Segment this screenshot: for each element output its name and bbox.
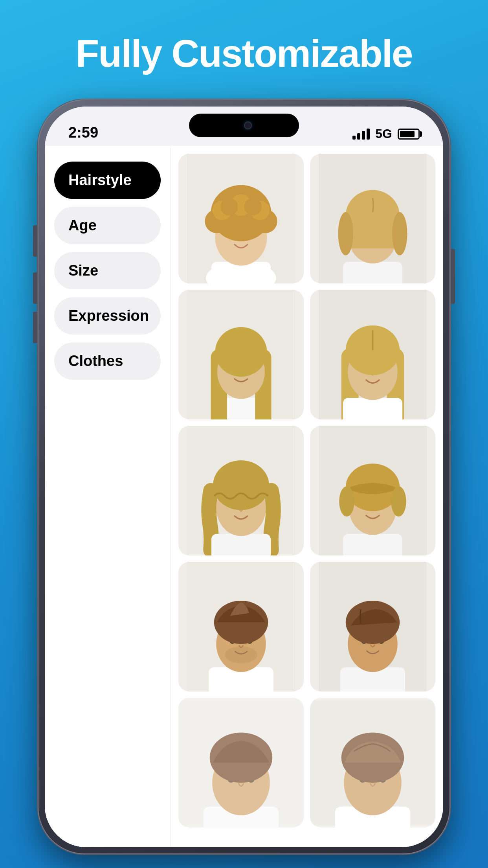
svg-rect-52 xyxy=(211,534,271,555)
svg-point-39 xyxy=(215,327,267,377)
svg-rect-43 xyxy=(343,398,402,419)
svg-point-15 xyxy=(220,198,238,215)
sidebar-item-expression[interactable]: Expression xyxy=(54,297,161,335)
photo-cell-6[interactable] xyxy=(310,426,435,555)
hairstyle-preview-9 xyxy=(178,698,304,828)
photo-cell-10[interactable] xyxy=(310,698,435,828)
status-time: 2:59 xyxy=(68,124,98,141)
signal-icon xyxy=(352,129,370,140)
svg-point-70 xyxy=(391,486,406,517)
hairstyle-preview-10 xyxy=(310,698,435,828)
dynamic-island xyxy=(189,114,299,137)
svg-point-16 xyxy=(244,198,262,215)
sidebar-item-hairstyle[interactable]: Hairstyle xyxy=(54,162,161,199)
photo-cell-2[interactable] xyxy=(310,154,435,283)
status-bar: 2:59 5G xyxy=(45,107,443,146)
sidebar-item-age[interactable]: Age xyxy=(54,207,161,244)
photo-cell-8[interactable] xyxy=(310,562,435,691)
svg-rect-26 xyxy=(346,216,400,248)
hairstyle-preview-1 xyxy=(178,154,304,283)
photo-cell-9[interactable] xyxy=(178,698,304,828)
battery-icon xyxy=(398,129,420,140)
status-icons: 5G xyxy=(352,127,420,141)
page-headline: Fully Customizable xyxy=(75,31,412,76)
sidebar: Hairstyle Age Size Expression Clothes xyxy=(45,146,171,847)
camera-dot xyxy=(244,121,252,129)
svg-point-59 xyxy=(213,460,269,510)
photo-cell-7[interactable] xyxy=(178,562,304,691)
svg-rect-18 xyxy=(343,262,402,283)
hairstyle-preview-5 xyxy=(178,426,304,555)
battery-fill xyxy=(400,131,415,137)
svg-point-27 xyxy=(338,212,354,256)
photo-cell-1[interactable] xyxy=(178,154,304,283)
phone-screen: 2:59 5G Hai xyxy=(45,107,443,847)
photo-grid xyxy=(171,146,443,847)
hairstyle-preview-2 xyxy=(310,154,435,283)
network-label: 5G xyxy=(375,127,392,141)
svg-rect-61 xyxy=(343,534,402,555)
photo-cell-4[interactable] xyxy=(310,290,435,419)
photo-cell-5[interactable] xyxy=(178,426,304,555)
content-area: Hairstyle Age Size Expression Clothes xyxy=(45,146,443,847)
hairstyle-preview-7 xyxy=(178,562,304,691)
hairstyle-preview-8 xyxy=(310,562,435,691)
svg-point-28 xyxy=(392,212,407,256)
hairstyle-preview-3 xyxy=(178,290,304,419)
svg-point-75 xyxy=(225,646,257,664)
hairstyle-preview-6 xyxy=(310,426,435,555)
photo-cell-3[interactable] xyxy=(178,290,304,419)
phone-frame: 2:59 5G Hai xyxy=(38,99,450,854)
sidebar-item-clothes[interactable]: Clothes xyxy=(54,342,161,380)
sidebar-item-size[interactable]: Size xyxy=(54,252,161,289)
svg-point-69 xyxy=(339,486,354,517)
hairstyle-preview-4 xyxy=(310,290,435,419)
